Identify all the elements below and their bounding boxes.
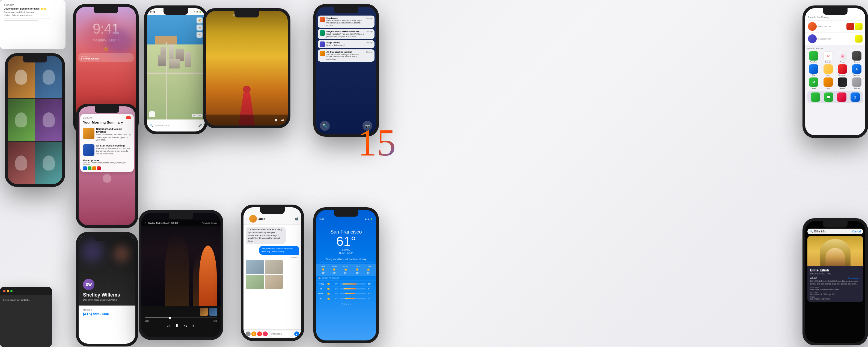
phone-weather: 9:41 ●●● 🔋 San Francisco 61° Sunny H:68°… <box>313 207 379 343</box>
hour-0-label: Now <box>321 266 325 267</box>
video-with-label: For Justin Abrams <box>202 222 217 224</box>
phone-contact-card: SW Shelley Willems Day One, Real Estate … <box>76 232 138 346</box>
spotlight-birth-date: December 18, 2001 (age 18) <box>810 293 860 295</box>
spotlight-about-title: About <box>810 277 817 279</box>
contact-initials: SW <box>83 279 94 290</box>
notif-2-time: 2m ago <box>366 31 373 32</box>
contact-phone-label: mobile <box>83 309 131 311</box>
phone-maps: 9:41 ●●● 🔋 61° 146 🧭 <box>144 5 208 134</box>
morning-item2-title: All-Star Week is coming! <box>96 144 131 147</box>
spotlight-origin: Los Angeles, California <box>810 298 860 300</box>
video-shareplay-label: Started 'Mythic Quest' · S2, E2 ↑ <box>148 222 200 224</box>
msg-recv-1: ...a new idea that I think it's a really… <box>246 227 286 244</box>
hour-4-label: 1 PM <box>366 266 371 267</box>
video-elapsed: 10:53 <box>145 320 150 322</box>
spotlight-show-more[interactable]: Show More > <box>847 277 860 279</box>
day-0-icon: ☀️ <box>327 282 330 285</box>
hour-0-temp: 61° <box>321 272 325 274</box>
hour-3-label: 12 PM <box>354 266 360 267</box>
weather-condition: Sunny <box>316 249 376 252</box>
maps-status-time: 9:41 <box>150 10 155 13</box>
phone-notifications: Headspace When it comes to meditation, e… <box>313 4 379 137</box>
tablet-topleft: G GROUP Development Benefits for Kids 🌟⭐… <box>0 0 65 49</box>
tablet-title: Development Benefits for Kids 🌟⭐ <box>4 7 62 10</box>
gc-friends-header: Friends Are Playing <box>808 16 863 19</box>
tablet-group: G GROUP <box>4 4 62 6</box>
day-2-icon: ☀️ <box>327 292 330 295</box>
hour-4-temp: 67° <box>367 272 370 274</box>
tablet-subtitle: choberi College MA students <box>4 14 62 17</box>
day-0-hi: 68° <box>368 283 374 285</box>
notif-1-time: 1m ago <box>366 17 373 19</box>
weather-desc: Sunny conditions will continue all day. <box>319 256 373 262</box>
notif-4-title: All-Star Week is coming! <box>327 51 365 53</box>
day-2-lo: 49° <box>331 292 338 295</box>
hour-2-icon: ☀️ <box>344 268 347 271</box>
morning-item1-body: Need inspiration? Kea Mac from Up Tha is… <box>96 133 131 141</box>
phone-morning-summary: 9:30 AM 11 Your Morning Summary Neighbor… <box>76 104 138 228</box>
maps-temp: 61° <box>193 114 196 117</box>
weather-high: H:68° <box>339 252 345 254</box>
gc-friend1-game: Mario Kart Tour <box>818 26 845 28</box>
video-remaining: -24:1 <box>213 320 217 322</box>
spotlight-cancel[interactable]: Cancel <box>852 230 861 233</box>
msg-contact: Julie <box>258 217 265 220</box>
notif-3-body: Never a dull moment! <box>327 44 365 46</box>
morning-sources: Day One, WaterMinder, Reddit, Tasty, Ama… <box>83 162 131 166</box>
hour-1-label: 10 AM <box>331 266 337 267</box>
phone-shareplay: ✕ Started 'Mythic Quest' · S2, E2 ↑ For … <box>139 210 223 340</box>
weather-temp: 61° <box>316 235 376 248</box>
hour-3-icon: ☀️ <box>356 268 359 271</box>
day-1: Tue <box>318 287 326 290</box>
morning-item1-title: Neighborhood takeout favorites <box>96 128 131 133</box>
contact-name: Shelley Willems <box>83 292 131 298</box>
hour-2-label: 11 AM <box>343 266 348 267</box>
hour-2-temp: 65° <box>344 272 347 274</box>
hour-4-icon: ☀️ <box>367 268 370 271</box>
notif-4-body: With the All-Star Game just around the c… <box>327 54 365 60</box>
morning-updates: More Updates <box>83 159 131 162</box>
notif-2-title: Neighborhood takeout favorites <box>327 30 365 33</box>
day-3-icon: ☀️ <box>327 297 330 300</box>
notif-2-body: Need inspiration? Kea Mac from Up Tha is… <box>327 33 365 38</box>
svg-text:15: 15 <box>358 121 396 164</box>
tablet-bottomleft: Lorem ipsum text content... <box>0 287 52 347</box>
msg-sent-1: Yes, definitely. Do you happen to have a… <box>259 246 299 255</box>
maps-search-placeholder[interactable]: Search Maps <box>155 124 196 127</box>
phone-messages: ‹ Julie 📹 ...a new idea that I think it'… <box>241 204 304 341</box>
notif-3-time: 3m ago <box>366 42 373 44</box>
notif-1-body: When it comes to meditation, every day i… <box>327 20 365 27</box>
contact-phone: (415) 555-3046 <box>83 312 131 316</box>
phone-facetime <box>5 53 65 187</box>
spotlight-query[interactable]: Billie Eilish <box>814 230 851 233</box>
day-0: Today <box>318 283 326 285</box>
hour-0-icon: ☀️ <box>321 268 325 271</box>
phone-gamecenter: Friends Are Playing Mario Kart Tour Snap… <box>803 5 868 138</box>
msg-input[interactable]: iMessage <box>269 331 293 337</box>
spotlight-about-text: Billie Eilish Pirate Baird O'Connell is … <box>810 280 860 286</box>
day-1-icon: ☀️ <box>327 287 330 290</box>
spotlight-type: Musical Artist · Pop <box>810 272 860 275</box>
hour-1-temp: 62° <box>333 272 336 274</box>
notif-4-time: 5m ago <box>366 51 373 53</box>
day-0-lo: 54° <box>331 283 338 285</box>
day-1-hi: 67° <box>368 287 374 290</box>
phone-memory: Memory Mixes ⏸ ⏭ <box>203 8 290 128</box>
day-3-hi: 61° <box>368 297 374 300</box>
spotlight-birth-name: Billie Eilish Pirate Baird O'Connell <box>810 289 860 290</box>
hour-3-temp: 66° <box>356 272 359 274</box>
day-3: Thu <box>318 297 326 300</box>
morning-badge: 11 <box>126 116 131 119</box>
phone-spotlight: 🔍 Billie Eilish Cancel Billie Eilish Mus… <box>803 218 868 345</box>
hour-1-icon: ☀️ <box>333 268 336 271</box>
spotlight-artist: Billie Eilish <box>810 268 860 272</box>
morning-time: 9:30 AM <box>83 117 92 119</box>
contact-job: Day One, Real Estate Services <box>83 298 131 301</box>
morning-title: Your Morning Summary <box>80 120 134 126</box>
weather-low: L:54° <box>347 252 353 254</box>
day-2-hi: 61° <box>368 292 374 295</box>
day-3-lo: 50° <box>331 297 338 300</box>
ios15-logo: 15 <box>349 117 404 172</box>
day-2: Wed <box>318 292 326 295</box>
morning-item2-body: With the All-Star Game just around the c… <box>96 147 131 155</box>
